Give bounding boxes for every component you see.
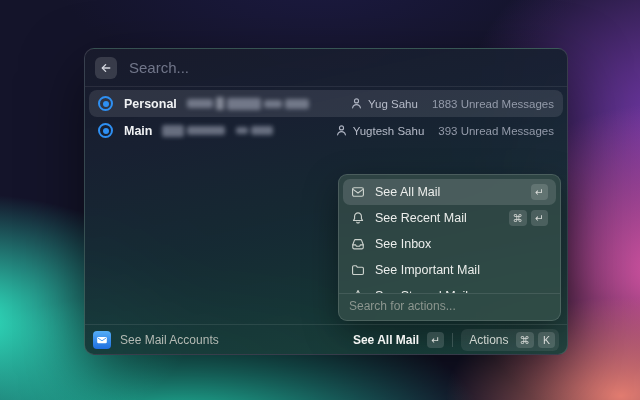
person-icon <box>350 97 363 110</box>
folder-icon <box>351 263 365 277</box>
command-key-badge: ⌘ <box>509 210 528 226</box>
search-header <box>85 49 567 87</box>
account-owner: Yug Sahu <box>368 98 418 110</box>
arrow-left-icon <box>100 62 112 74</box>
command-key-badge: ⌘ <box>516 332 535 348</box>
actions-button[interactable]: Actions ⌘ K <box>461 329 559 351</box>
mail-app-icon[interactable] <box>93 331 111 349</box>
unread-count: 1883 Unread Messages <box>432 98 554 110</box>
account-radio-icon <box>98 96 113 111</box>
return-key-badge: ↵ <box>531 184 548 200</box>
launcher-window: Personal Yug Sahu 1883 Unread Messages M… <box>84 48 568 355</box>
bell-icon <box>351 211 365 225</box>
menu-item-label: See Recent Mail <box>375 211 467 225</box>
account-owner: Yugtesh Sahu <box>353 125 425 137</box>
return-key-badge: ↵ <box>427 332 444 348</box>
inbox-icon <box>351 237 365 251</box>
footer-divider <box>452 333 453 347</box>
person-icon <box>335 124 348 137</box>
k-key-badge: K <box>538 332 555 348</box>
actions-menu-list: See All Mail ↵ See Recent Mail ⌘ ↵ See I… <box>339 175 560 293</box>
menu-item-see-important-mail[interactable]: See Important Mail <box>343 257 556 283</box>
account-name: Main <box>124 124 152 138</box>
redacted-email <box>162 125 273 137</box>
actions-search-input[interactable] <box>339 299 560 313</box>
menu-item-label: See Inbox <box>375 237 431 251</box>
menu-item-label: See All Mail <box>375 185 440 199</box>
search-input[interactable] <box>129 59 557 76</box>
account-row-personal[interactable]: Personal Yug Sahu 1883 Unread Messages <box>89 90 563 117</box>
account-row-main[interactable]: Main Yugtesh Sahu 393 Unread Messages <box>89 117 563 144</box>
menu-item-see-inbox[interactable]: See Inbox <box>343 231 556 257</box>
back-button[interactable] <box>95 57 117 79</box>
envelope-glyph-icon <box>96 334 108 346</box>
menu-item-see-starred-mail[interactable]: See Starred Mail <box>343 283 556 293</box>
actions-popup: See All Mail ↵ See Recent Mail ⌘ ↵ See I… <box>338 174 561 321</box>
return-key-badge: ↵ <box>531 210 548 226</box>
envelope-icon <box>351 185 365 199</box>
actions-search-row <box>339 293 560 318</box>
footer-bar: See Mail Accounts See All Mail ↵ Actions… <box>85 324 567 354</box>
menu-item-see-recent-mail[interactable]: See Recent Mail ⌘ ↵ <box>343 205 556 231</box>
account-list: Personal Yug Sahu 1883 Unread Messages M… <box>85 87 567 147</box>
redacted-email <box>187 97 309 110</box>
menu-item-label: See Important Mail <box>375 263 480 277</box>
actions-button-label: Actions <box>469 333 508 347</box>
unread-count: 393 Unread Messages <box>438 125 554 137</box>
account-radio-icon <box>98 123 113 138</box>
menu-item-see-all-mail[interactable]: See All Mail ↵ <box>343 179 556 205</box>
footer-app-label: See Mail Accounts <box>120 333 219 347</box>
account-name: Personal <box>124 97 177 111</box>
footer-primary-action[interactable]: See All Mail <box>353 333 419 347</box>
